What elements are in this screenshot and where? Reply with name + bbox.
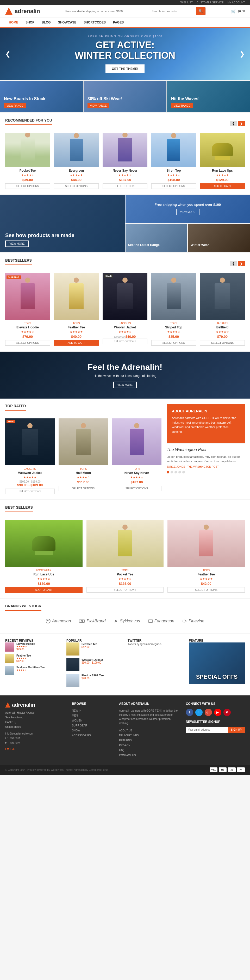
product-btn-4[interactable]: SELECT OPTIONS xyxy=(151,183,196,189)
product-bs-cat-5: JACKETS xyxy=(200,322,245,325)
brand-pickbrand[interactable]: PickBrand xyxy=(79,619,106,624)
product-btn-2[interactable]: SELECT OPTIONS xyxy=(54,183,99,189)
adrenalin-btn[interactable]: VIEW MORE xyxy=(113,382,137,388)
product-bs-btn-4[interactable]: SELECT OPTIONS xyxy=(151,340,196,345)
product-feather-tee: TOPS Feather Tee ★★★★★ $40.00 ADD TO CAR… xyxy=(54,273,99,345)
twitter-icon[interactable]: t xyxy=(195,709,203,716)
hero-cta-button[interactable]: GET THE THEME! xyxy=(106,64,144,73)
banner-left-btn[interactable]: VIEW MORE xyxy=(5,240,28,247)
nav-blog[interactable]: BLOG xyxy=(38,18,54,27)
google-plus-icon[interactable]: g+ xyxy=(205,709,212,716)
recommended-next[interactable]: ❯ xyxy=(238,121,245,126)
product-btn-1[interactable]: SELECT OPTIONS xyxy=(5,183,50,189)
nav-pages[interactable]: PAGES xyxy=(109,18,127,27)
dot-5[interactable] xyxy=(182,471,185,473)
footer-city: San Francisco, xyxy=(5,715,64,720)
header-tagline: Free worldwide shipping on orders over $… xyxy=(65,10,123,13)
footer-browse-surf-gear[interactable]: SURF GEAR xyxy=(72,724,87,727)
newsletter-signup-button[interactable]: SIGN UP xyxy=(228,727,245,733)
recommended-prev[interactable]: ❮ xyxy=(230,121,237,126)
product-tr-btn-1[interactable]: SELECT OPTIONS xyxy=(5,488,55,494)
product-name-2: Evergreen xyxy=(54,169,99,172)
facebook-icon[interactable]: f xyxy=(186,709,193,716)
footer-browse-accessories[interactable]: ACCESSORIES xyxy=(72,734,91,737)
promo-box-2-btn[interactable]: VIEW RANGE xyxy=(87,103,109,108)
search-bar: 🔍 xyxy=(149,7,206,15)
dot-3[interactable] xyxy=(174,471,177,473)
cart-area[interactable]: 🛒 $0.00 xyxy=(231,9,245,14)
product-woolen-jacket: SALE JACKETS Woolen Jacket ★★★★☆ $300.00… xyxy=(103,273,147,345)
footer-browse-men[interactable]: MEN xyxy=(72,714,78,717)
product-bs-btn-5[interactable]: SELECT OPTIONS xyxy=(200,340,245,345)
nav-shop[interactable]: SHOP xyxy=(22,18,38,27)
product-img-3 xyxy=(103,133,147,167)
product-tr-btn-3[interactable]: SELECT OPTIONS xyxy=(112,486,161,491)
footer-about-text: Adrenalin partners with GORE-TEX® to del… xyxy=(119,709,178,725)
product-pocket-tee: Pocket Tee ★★★★☆ $39.00 SELECT OPTIONS xyxy=(5,133,50,189)
twitter-section: TWITTER Tweets by @commercegurus xyxy=(128,639,184,689)
dot-1[interactable] xyxy=(167,471,169,473)
bestsellers-next[interactable]: ❯ xyxy=(238,261,245,266)
nav-shortcodes[interactable]: SHORTCODES xyxy=(80,18,109,27)
review-item-2: Feather Tee ★★★★★ $42.00 xyxy=(5,654,61,663)
youtube-icon[interactable]: ▶ xyxy=(214,709,222,716)
footer-privacy-link[interactable]: PRIVACY xyxy=(119,744,130,747)
logo[interactable]: adrenalin xyxy=(5,8,40,15)
brand-sykkehvus[interactable]: Sykkehvus xyxy=(113,619,140,624)
footer-contact-link[interactable]: CONTACT US xyxy=(119,754,136,757)
popular-item-3: Florida 1967 Tee $28.00 xyxy=(66,674,122,687)
product-bs-name-5: Bellfield xyxy=(200,326,245,329)
product-tr-btn-2[interactable]: SELECT OPTIONS xyxy=(59,486,108,491)
payment-icons: VISA MC AE PP xyxy=(210,767,245,772)
brand-finevine[interactable]: Finevine xyxy=(182,619,204,624)
newsletter-form: SIGN UP xyxy=(186,727,245,733)
product-bs-btn-2[interactable]: ADD TO CART xyxy=(54,340,99,345)
product-bs2-btn-1[interactable]: ADD TO CART xyxy=(5,587,82,593)
banner-top-right-btn[interactable]: VIEW MORE xyxy=(176,209,199,215)
copyright-text: © Copyright 2014. Proudly powered by Wor… xyxy=(5,768,108,771)
bestsellers-prev[interactable]: ❮ xyxy=(230,261,237,266)
footer-browse-snow[interactable]: SNOW xyxy=(72,729,80,732)
hero-prev[interactable]: ❮ xyxy=(3,48,13,60)
footer-faq-link[interactable]: FAQ xyxy=(119,749,124,752)
product-bs-btn-3[interactable]: SELECT OPTIONS xyxy=(103,339,147,344)
brands-title: BRANDS WE STOCK xyxy=(5,604,41,611)
promo-box-1-btn[interactable]: VIEW RANGE xyxy=(4,103,26,108)
footer-browse-new-in[interactable]: NEW IN xyxy=(72,709,81,712)
wishlist-link[interactable]: WISHLIST xyxy=(180,1,193,4)
dot-4[interactable] xyxy=(179,471,181,473)
review-name-1: Elevate Hoodie xyxy=(16,643,35,645)
dot-2[interactable] xyxy=(171,471,173,473)
product-bs2-btn-3[interactable]: SELECT OPTIONS xyxy=(168,587,245,593)
footer-company: Adrenalin Hipster Avenue, xyxy=(5,711,64,715)
nav-showcase[interactable]: SHOWCASE xyxy=(54,18,80,27)
brand-ammeson[interactable]: Ammeson xyxy=(46,619,71,624)
product-bs-img-5 xyxy=(200,273,245,320)
customer-service-link[interactable]: CUSTOMER SERVICE xyxy=(196,1,224,4)
newsletter-email-input[interactable] xyxy=(186,727,228,733)
product-price-5: $129.00 xyxy=(200,178,245,182)
footer-about-us-link[interactable]: ABOUT US xyxy=(119,729,132,732)
footer-delivery-link[interactable]: DELIVERY INFO xyxy=(119,734,139,737)
product-siren-top: Siren Top ★★★★☆ $108.00 SELECT OPTIONS xyxy=(151,133,196,189)
hero-next[interactable]: ❯ xyxy=(237,48,247,60)
my-account-link[interactable]: MY ACCOUNT xyxy=(228,1,245,4)
product-tr-stars-2: ★★★★☆ xyxy=(59,476,108,479)
search-input[interactable] xyxy=(149,8,196,14)
review-name-2: Feather Tee xyxy=(16,654,31,657)
footer-browse-women[interactable]: WOMEN xyxy=(72,719,82,722)
product-btn-5[interactable]: ADD TO CART xyxy=(200,183,245,189)
nav-home[interactable]: HOME xyxy=(5,18,22,27)
product-bs2-btn-2[interactable]: SELECT OPTIONS xyxy=(87,587,164,593)
product-btn-3[interactable]: SELECT OPTIONS xyxy=(103,183,147,189)
review-item-1: Elevate Hoodie ★★★★☆ $79.00 xyxy=(5,643,61,652)
product-bs-btn-1[interactable]: SELECT OPTIONS xyxy=(5,340,50,345)
footer-returns-link[interactable]: RETURNS xyxy=(119,739,131,742)
product-bs2-price-1: $139.00 xyxy=(5,582,82,585)
brand-fangerson[interactable]: Fangerson xyxy=(148,619,174,624)
product-bs-name-3: Woolen Jacket xyxy=(103,326,147,329)
pinterest-icon[interactable]: P xyxy=(223,709,231,716)
best-sellers-2-products: FOOTWEAR Run Lace Ups ★★★★★ $139.00 ADD … xyxy=(5,520,245,593)
promo-box-3-btn[interactable]: VIEW RANGE xyxy=(171,103,193,108)
search-button[interactable]: 🔍 xyxy=(196,7,206,15)
